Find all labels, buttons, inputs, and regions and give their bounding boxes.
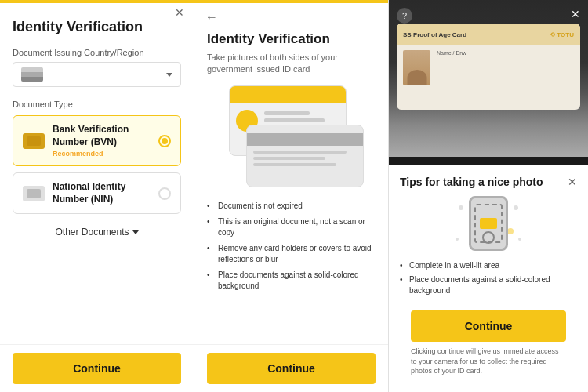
back-button[interactable]: ← bbox=[205, 11, 218, 24]
other-docs-chevron-icon bbox=[132, 230, 139, 234]
other-docs-toggle[interactable]: Other Documents bbox=[13, 220, 181, 244]
doc-name-bvn: Bank Verification Number (BVN) bbox=[53, 124, 158, 148]
card-line bbox=[264, 111, 310, 115]
id-illustration bbox=[207, 85, 376, 187]
panel-2: ← Identity Verification Take pictures of… bbox=[194, 0, 389, 392]
tip-panel-header: Tips for taking a nice photo ✕ bbox=[400, 176, 577, 188]
panel2-title: Identity Verification bbox=[207, 31, 376, 47]
close-button[interactable]: ✕ bbox=[175, 6, 184, 19]
tip-panel: Tips for taking a nice photo ✕ bbox=[389, 165, 588, 392]
panel-3: SS Proof of Age Card ⟲ TOTU Name / Enw ?… bbox=[389, 0, 588, 392]
tip-tips-item: Place documents against a solid-colored … bbox=[400, 273, 577, 298]
preview-header: SS Proof of Age Card ⟲ TOTU bbox=[397, 24, 580, 45]
panel3-close-button[interactable]: ✕ bbox=[571, 8, 580, 20]
doc-info-bvn: Bank Verification Number (BVN) Recommend… bbox=[53, 124, 158, 158]
preview-name: Name / Enw bbox=[437, 50, 574, 56]
panel1-continue-button[interactable]: Continue bbox=[13, 353, 181, 384]
svg-point-5 bbox=[507, 228, 514, 234]
panel3-continue-button[interactable]: Continue bbox=[411, 310, 566, 342]
id-card-preview: SS Proof of Age Card ⟲ TOTU Name / Enw bbox=[397, 24, 580, 110]
preview-photo bbox=[403, 50, 430, 85]
panel3-footer-text: Clicking continue will give us immediate… bbox=[411, 347, 566, 376]
country-flag bbox=[21, 67, 43, 82]
doc-option-nin[interactable]: National Identity Number (NIN) bbox=[13, 172, 181, 214]
preview-body: Name / Enw bbox=[397, 45, 580, 90]
preview-info: Name / Enw bbox=[437, 50, 574, 85]
radio-nin[interactable] bbox=[158, 187, 171, 200]
other-docs-label: Other Documents bbox=[55, 227, 129, 238]
doc-name-nin: National Identity Number (NIN) bbox=[53, 181, 158, 205]
card-back-lines bbox=[247, 151, 363, 166]
tip-item: Remove any card holders or covers to avo… bbox=[207, 241, 376, 267]
svg-point-1 bbox=[514, 205, 518, 210]
panel2-tips: Document is not expired This is an origi… bbox=[207, 198, 376, 294]
panel2-subtitle: Take pictures of both sides of your gove… bbox=[207, 52, 376, 76]
tip-tips-list: Complete in a well-lit area Place docume… bbox=[400, 259, 577, 298]
phone-card-mini bbox=[480, 218, 497, 229]
back-line bbox=[253, 151, 347, 154]
country-label: Document Issuing Country/Region bbox=[13, 48, 181, 57]
doc-info-nin: National Identity Number (NIN) bbox=[53, 181, 158, 205]
question-button[interactable]: ? bbox=[397, 8, 412, 24]
totu-logo: ⟲ TOTU bbox=[550, 31, 574, 38]
id-preview-area: SS Proof of Age Card ⟲ TOTU Name / Enw ?… bbox=[389, 0, 588, 157]
card-front-header bbox=[230, 86, 346, 103]
svg-point-3 bbox=[518, 238, 521, 241]
tip-item: Place documents against a solid-colored … bbox=[207, 267, 376, 294]
radio-bvn[interactable] bbox=[158, 135, 171, 147]
tip-panel-close-button[interactable]: ✕ bbox=[568, 176, 577, 188]
back-line bbox=[253, 163, 336, 166]
doc-icon-nin bbox=[23, 186, 45, 201]
id-card-label: SS Proof of Age Card bbox=[403, 31, 466, 38]
panel2-continue-button[interactable]: Continue bbox=[207, 353, 376, 384]
tip-illustration bbox=[400, 196, 577, 251]
id-card-back bbox=[246, 125, 364, 187]
panel1-footer: Continue bbox=[0, 344, 194, 392]
doc-option-bvn[interactable]: Bank Verification Number (BVN) Recommend… bbox=[13, 115, 181, 166]
panel-1: ✕ Identity Verification Document Issuing… bbox=[0, 0, 194, 392]
chevron-down-icon bbox=[166, 73, 172, 77]
card-line bbox=[264, 118, 325, 122]
tip-item: This is an original document, not a scan… bbox=[207, 214, 376, 241]
panel2-nav: ← bbox=[194, 3, 388, 24]
tip-panel-title: Tips for taking a nice photo bbox=[400, 176, 543, 188]
recommended-badge: Recommended bbox=[53, 150, 158, 158]
doc-type-label: Document Type bbox=[13, 100, 181, 109]
tip-item: Document is not expired bbox=[207, 198, 376, 214]
panel2-footer: Continue bbox=[194, 344, 388, 392]
doc-icon-bvn bbox=[23, 133, 45, 149]
tip-tips-item: Complete in a well-lit area bbox=[400, 259, 577, 273]
country-select[interactable] bbox=[13, 62, 181, 87]
card-back-stripe bbox=[247, 133, 363, 146]
svg-point-2 bbox=[456, 238, 459, 241]
back-line bbox=[253, 157, 325, 160]
panel1-title: Identity Verification bbox=[13, 19, 181, 35]
svg-point-0 bbox=[459, 205, 463, 210]
phone-icon bbox=[469, 196, 508, 251]
panel3-footer: Continue Clicking continue will give us … bbox=[400, 306, 577, 383]
